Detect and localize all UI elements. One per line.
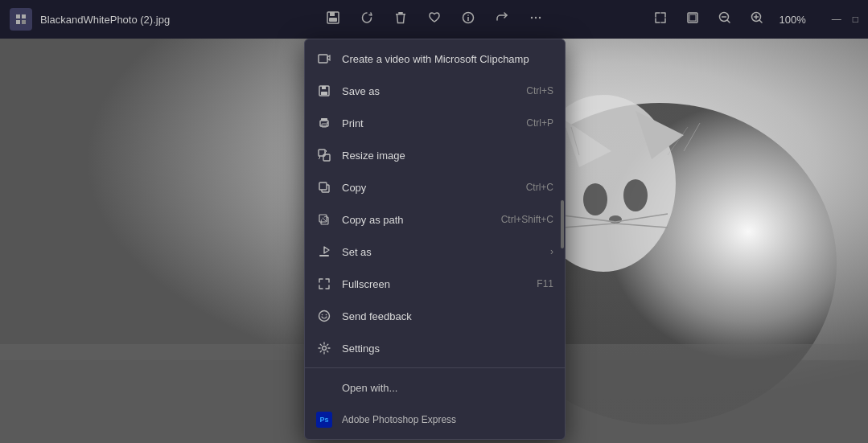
video-icon — [316, 51, 332, 67]
print-label: Print — [342, 117, 516, 129]
menu-item-send-feedback[interactable]: Send feedback — [305, 300, 565, 332]
svg-rect-2 — [16, 20, 20, 24]
svg-point-26 — [609, 215, 622, 224]
menu-item-create-video[interactable]: Create a video with Microsoft Clipchamp — [305, 43, 565, 75]
menu-item-save-as[interactable]: Save as Ctrl+S — [305, 75, 565, 107]
zoom-out-icon[interactable] — [715, 10, 734, 28]
svg-point-14 — [538, 17, 540, 18]
zoom-in-icon[interactable] — [747, 10, 767, 28]
svg-rect-5 — [330, 12, 335, 16]
svg-rect-43 — [321, 118, 327, 121]
top-bar-right: 100% — □ — [651, 10, 859, 28]
svg-point-24 — [583, 183, 607, 215]
menu-item-print[interactable]: Print Ctrl+P — [305, 107, 565, 139]
delete-toolbar-icon[interactable] — [391, 10, 410, 28]
menu-item-set-as[interactable]: Set as › — [305, 236, 565, 268]
info-toolbar-icon[interactable] — [459, 10, 478, 28]
svg-point-25 — [623, 179, 648, 211]
scrollbar-thumb[interactable] — [561, 200, 564, 248]
save-icon — [316, 83, 332, 99]
resize-label: Resize image — [342, 150, 553, 162]
svg-point-12 — [530, 17, 532, 18]
svg-point-13 — [534, 17, 536, 18]
print-shortcut: Ctrl+P — [526, 117, 553, 129]
minimize-button[interactable]: — — [832, 14, 841, 25]
svg-point-44 — [327, 122, 328, 124]
svg-rect-40 — [321, 92, 327, 95]
svg-rect-39 — [322, 86, 326, 89]
copy-label: Copy — [342, 182, 516, 194]
svg-rect-46 — [323, 154, 330, 161]
set-as-label: Set as — [342, 246, 541, 258]
svg-rect-10 — [467, 17, 469, 21]
scrollbar-track — [560, 43, 565, 436]
svg-rect-0 — [16, 14, 20, 18]
context-menu: Create a video with Microsoft Clipchamp … — [304, 39, 566, 440]
svg-rect-45 — [319, 150, 325, 156]
settings-label: Settings — [342, 343, 553, 355]
menu-item-copy-path[interactable]: Copy as path Ctrl+Shift+C — [305, 203, 565, 236]
svg-point-53 — [322, 314, 323, 316]
maximize-button[interactable]: □ — [853, 14, 858, 25]
ps-express-label: Adobe Photoshop Express — [342, 414, 553, 425]
set-as-arrow: › — [550, 246, 553, 257]
save-toolbar-icon[interactable] — [323, 10, 343, 28]
svg-rect-7 — [398, 12, 403, 14]
menu-divider — [305, 367, 565, 368]
file-title: BlackandWhitePhoto (2).jpg — [40, 14, 170, 26]
more-toolbar-icon[interactable] — [526, 10, 545, 28]
fullscreen-label: Fullscreen — [342, 278, 527, 290]
svg-rect-16 — [689, 14, 696, 21]
svg-rect-48 — [319, 183, 327, 190]
resize-icon — [316, 147, 332, 163]
open-with-label: Open with... — [342, 382, 553, 394]
svg-point-54 — [326, 314, 327, 316]
save-as-label: Save as — [342, 85, 516, 97]
svg-point-55 — [323, 347, 327, 351]
menu-item-settings[interactable]: Settings — [305, 332, 565, 364]
menu-item-ps-express[interactable]: Ps Adobe Photoshop Express — [305, 404, 565, 436]
app-icon — [10, 8, 32, 31]
toolbar-center — [323, 10, 545, 28]
copy-path-shortcut: Ctrl+Shift+C — [501, 214, 553, 225]
copy-path-icon — [316, 211, 332, 228]
send-feedback-label: Send feedback — [342, 310, 553, 322]
feedback-icon — [316, 308, 332, 324]
fullscreen-shortcut: F11 — [537, 278, 553, 289]
svg-rect-37 — [319, 55, 327, 63]
create-video-label: Create a video with Microsoft Clipchamp — [342, 53, 553, 65]
save-as-shortcut: Ctrl+S — [526, 85, 553, 96]
top-bar: BlackandWhitePhoto (2).jpg — [0, 0, 868, 39]
svg-rect-3 — [22, 20, 26, 24]
menu-item-open-with[interactable]: Open with... — [305, 371, 565, 404]
fullscreen-icon — [316, 276, 332, 292]
svg-point-52 — [319, 311, 330, 322]
menu-item-copy[interactable]: Copy Ctrl+C — [305, 171, 565, 203]
settings-icon — [316, 340, 332, 356]
svg-rect-1 — [22, 14, 26, 18]
menu-item-fullscreen[interactable]: Fullscreen F11 — [305, 268, 565, 300]
share-toolbar-icon[interactable] — [492, 10, 512, 28]
copy-icon — [316, 179, 332, 195]
expand-icon[interactable] — [651, 10, 670, 28]
svg-rect-51 — [319, 255, 329, 256]
heart-toolbar-icon[interactable] — [425, 10, 444, 28]
fit-icon[interactable] — [683, 10, 702, 28]
zoom-label: 100% — [780, 14, 806, 26]
copy-path-label: Copy as path — [342, 214, 492, 226]
ps-express-icon: Ps — [316, 412, 332, 428]
print-icon — [316, 115, 332, 131]
svg-point-11 — [467, 14, 469, 16]
set-as-icon — [316, 244, 332, 260]
svg-rect-6 — [329, 18, 337, 22]
menu-item-resize[interactable]: Resize image — [305, 139, 565, 171]
rotate-toolbar-icon[interactable] — [357, 10, 376, 28]
open-with-icon — [316, 379, 332, 396]
copy-shortcut: Ctrl+C — [526, 182, 553, 193]
window-controls: — □ — [832, 14, 858, 25]
